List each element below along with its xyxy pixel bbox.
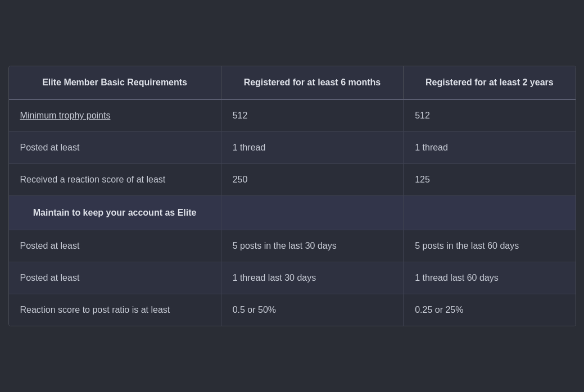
table-row: Posted at least1 thread1 thread — [9, 132, 576, 164]
row-col1: Reaction score to post ratio is at least — [9, 294, 221, 326]
row-col1: Received a reaction score of at least — [9, 164, 221, 196]
row-col3: 125 — [404, 164, 576, 196]
row-col3: 1 thread — [404, 132, 576, 164]
header-col3: Registered for at least 2 years — [404, 66, 576, 99]
row-col2: 250 — [221, 164, 404, 196]
row-col3: 512 — [404, 99, 576, 132]
row-col2: 1 thread last 30 days — [221, 262, 404, 294]
row-col3: 0.25 or 25% — [404, 294, 576, 326]
row-col3: 5 posts in the last 60 days — [404, 230, 576, 262]
table-row: Maintain to keep your account as Elite — [9, 196, 576, 230]
table-body: Minimum trophy points512512Posted at lea… — [9, 99, 576, 326]
header-col2: Registered for at least 6 months — [221, 66, 404, 99]
section-header-label: Maintain to keep your account as Elite — [9, 196, 221, 230]
row-col2: 1 thread — [221, 132, 404, 164]
row-col2: 0.5 or 50% — [221, 294, 404, 326]
row-col1: Minimum trophy points — [9, 99, 221, 132]
table-row: Reaction score to post ratio is at least… — [9, 294, 576, 326]
section-header-col2 — [221, 196, 404, 230]
table-row: Posted at least5 posts in the last 30 da… — [9, 230, 576, 262]
row-col2: 5 posts in the last 30 days — [221, 230, 404, 262]
row-col1: Posted at least — [9, 262, 221, 294]
requirements-table-wrapper: Elite Member Basic Requirements Register… — [8, 66, 576, 326]
table-row: Posted at least1 thread last 30 days1 th… — [9, 262, 576, 294]
section-header-col3 — [404, 196, 576, 230]
header-col1: Elite Member Basic Requirements — [9, 66, 221, 99]
row-col1: Posted at least — [9, 132, 221, 164]
requirements-table: Elite Member Basic Requirements Register… — [9, 66, 576, 326]
table-row: Minimum trophy points512512 — [9, 99, 576, 132]
underline-text[interactable]: Minimum trophy points — [20, 111, 111, 120]
row-col3: 1 thread last 60 days — [404, 262, 576, 294]
table-row: Received a reaction score of at least250… — [9, 164, 576, 196]
row-col1: Posted at least — [9, 230, 221, 262]
table-header-row: Elite Member Basic Requirements Register… — [9, 66, 576, 99]
row-col2: 512 — [221, 99, 404, 132]
